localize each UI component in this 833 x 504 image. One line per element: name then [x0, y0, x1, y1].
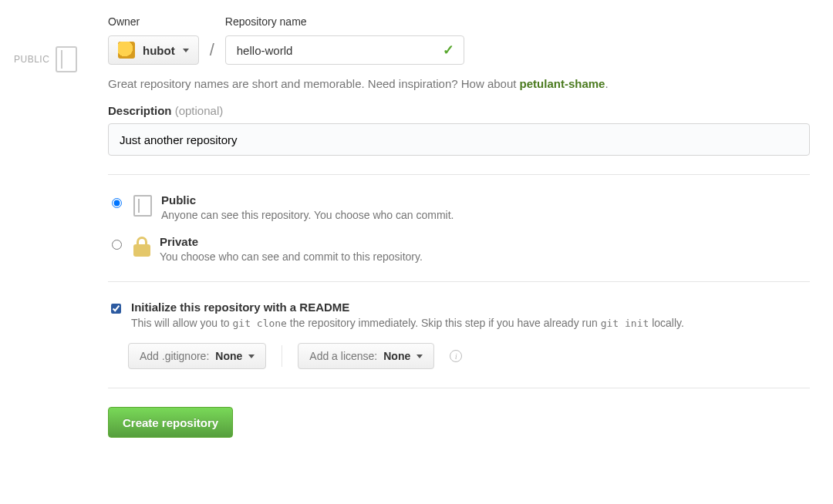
sidebar-visibility-indicator: PUBLIC — [14, 46, 77, 72]
divider — [108, 174, 810, 175]
init-readme-checkbox[interactable] — [111, 304, 121, 314]
description-label: Description (optional) — [108, 104, 810, 117]
repo-name-input-wrapper: ✓ — [225, 35, 464, 65]
divider — [108, 281, 810, 282]
visibility-public-row[interactable]: Public Anyone can see this repository. Y… — [108, 193, 810, 221]
chevron-down-icon — [248, 354, 255, 358]
create-repository-button[interactable]: Create repository — [108, 407, 233, 438]
repo-public-icon — [133, 195, 152, 217]
hint-prefix: Great repository names are short and mem… — [108, 77, 520, 90]
repo-name-hint: Great repository names are short and mem… — [108, 77, 810, 90]
hint-suffix: . — [605, 77, 608, 90]
repo-name-suggestion[interactable]: petulant-shame — [520, 77, 605, 90]
repo-name-label: Repository name — [225, 15, 464, 28]
chevron-down-icon — [183, 49, 189, 52]
info-icon[interactable]: i — [450, 350, 462, 362]
description-input[interactable] — [108, 123, 810, 156]
sidebar-label: PUBLIC — [14, 54, 49, 65]
visibility-private-radio[interactable] — [112, 240, 122, 250]
divider — [108, 388, 810, 388]
owner-avatar — [118, 42, 135, 59]
init-readme-row[interactable]: Initialize this repository with a README… — [108, 301, 810, 329]
visibility-private-desc: You choose who can see and commit to thi… — [160, 250, 423, 263]
gitignore-dropdown[interactable]: Add .gitignore: None — [128, 343, 266, 369]
chevron-down-icon — [416, 354, 423, 358]
owner-select[interactable]: hubot — [108, 35, 199, 65]
license-dropdown[interactable]: Add a license: None — [298, 343, 434, 369]
owner-repo-separator: / — [210, 40, 214, 65]
init-readme-title: Initialize this repository with a README — [131, 301, 684, 314]
owner-label: Owner — [108, 15, 199, 28]
visibility-public-radio[interactable] — [112, 198, 122, 208]
repo-name-input[interactable] — [235, 43, 454, 58]
visibility-public-title: Public — [161, 193, 454, 207]
repo-icon — [56, 46, 77, 72]
init-readme-desc: This will allow you to git clone the rep… — [131, 317, 684, 329]
visibility-private-row[interactable]: Private You choose who can see and commi… — [108, 235, 810, 263]
lock-icon — [133, 237, 150, 257]
visibility-private-title: Private — [160, 235, 423, 248]
visibility-public-desc: Anyone can see this repository. You choo… — [161, 209, 454, 221]
check-ok-icon: ✓ — [443, 42, 454, 59]
divider-vertical — [282, 345, 282, 367]
owner-name: hubot — [143, 44, 175, 57]
